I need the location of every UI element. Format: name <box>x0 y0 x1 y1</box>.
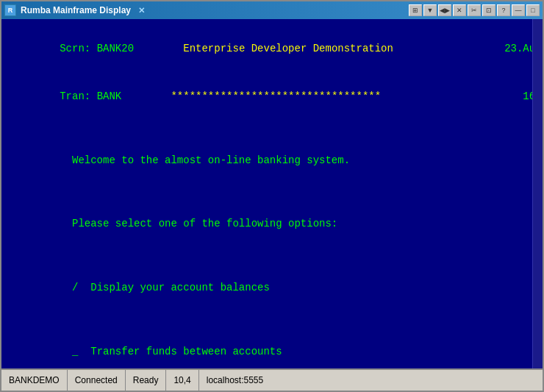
term-blank-4 <box>10 312 534 328</box>
icon-btn-1[interactable]: ⊞ <box>409 4 422 16</box>
main-content: Scrn: BANK20 Enterprise Developer Demons… <box>1 19 543 391</box>
terminal-screen[interactable]: Scrn: BANK20 Enterprise Developer Demons… <box>1 19 543 368</box>
tran-label: Tran: BANK <box>60 90 121 102</box>
minimize-btn[interactable]: — <box>512 4 525 16</box>
titlebar-left: R Rumba Mainframe Display ✕ <box>4 4 145 16</box>
term-opt1: / Display your account balances <box>10 264 534 312</box>
term-line-2: Tran: BANK *****************************… <box>10 73 534 121</box>
icon-btn-3[interactable]: ◀▶ <box>438 4 451 16</box>
status-host: localhost:5555 <box>199 370 271 391</box>
date-text: 23.Aug.2019 <box>393 43 543 54</box>
term-line-1: Scrn: BANK20 Enterprise Developer Demons… <box>10 25 534 73</box>
window-title: Rumba Mainframe Display <box>21 5 131 15</box>
main-window: R Rumba Mainframe Display ✕ ⊞ ▼ ◀▶ ✕ ✂ ⊡… <box>0 0 544 392</box>
title-text: Enterprise Developer Demonstration <box>134 43 393 54</box>
icon-btn-2[interactable]: ▼ <box>423 4 437 16</box>
term-blank-2 <box>10 185 534 201</box>
term-blank-3 <box>10 249 534 265</box>
titlebar: R Rumba Mainframe Display ✕ ⊞ ▼ ◀▶ ✕ ✂ ⊡… <box>1 1 543 19</box>
statusbar: BANKDEMO Connected Ready 10,4 localhost:… <box>1 368 543 391</box>
term-blank-1 <box>10 121 534 137</box>
term-prompt: Please select one of the following optio… <box>10 201 534 249</box>
term-welcome: Welcome to the almost on-line banking sy… <box>10 137 534 185</box>
maximize-btn[interactable]: □ <box>526 4 540 16</box>
term-opt2: _ Transfer funds between accounts <box>10 328 534 368</box>
tab-close-icon[interactable]: ✕ <box>138 6 145 15</box>
app-icon: R <box>4 4 16 16</box>
icon-btn-5[interactable]: ✂ <box>468 4 481 16</box>
terminal-scrollbar[interactable] <box>532 19 543 368</box>
status-ready: Ready <box>126 370 167 391</box>
help-btn[interactable]: ? <box>497 4 510 16</box>
status-connected: Connected <box>68 370 126 391</box>
icon-btn-6[interactable]: ⊡ <box>482 4 495 16</box>
status-position: 10,4 <box>166 370 198 391</box>
icon-btn-4[interactable]: ✕ <box>453 4 466 16</box>
stars-text: ********************************** <box>121 90 381 102</box>
titlebar-controls: ⊞ ▼ ◀▶ ✕ ✂ ⊡ ? — □ <box>409 4 540 16</box>
scrn-label: Scrn: BANK20 <box>60 43 134 54</box>
time-text: 16:08:07 <box>381 90 543 102</box>
status-app: BANKDEMO <box>1 370 68 391</box>
